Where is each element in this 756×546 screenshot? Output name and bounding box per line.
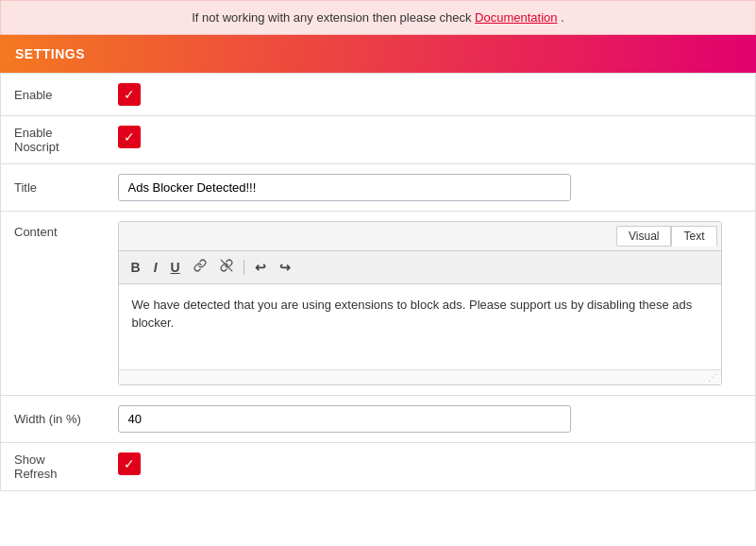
bold-button[interactable]: B xyxy=(126,258,145,278)
content-cell: Visual Text B I U xyxy=(105,212,756,396)
content-label: Content xyxy=(1,212,105,396)
title-input[interactable] xyxy=(118,174,571,201)
link-button[interactable] xyxy=(189,257,211,278)
title-label: Title xyxy=(1,164,105,212)
top-banner: If not working with any extension then p… xyxy=(0,0,756,35)
editor-content[interactable]: We have detected that you are using exte… xyxy=(119,284,721,369)
toolbar-separator xyxy=(244,260,244,275)
show-refresh-checkbox[interactable]: ✓ xyxy=(118,452,141,475)
undo-button[interactable]: ↩ xyxy=(250,258,271,278)
banner-text: If not working with any extension then p… xyxy=(192,10,475,25)
unlink-button[interactable] xyxy=(215,257,238,278)
resize-icon: ⋰ xyxy=(708,372,717,383)
underline-button[interactable]: U xyxy=(166,258,185,278)
tab-visual[interactable]: Visual xyxy=(616,226,671,247)
editor-toolbar: B I U xyxy=(119,251,721,284)
settings-table: Enable ✓ EnableNoscript ✓ Title Content … xyxy=(0,73,756,491)
table-row: Width (in %) xyxy=(1,395,756,442)
title-cell xyxy=(105,164,756,212)
enable-label: Enable xyxy=(1,74,105,116)
editor-resize-handle: ⋰ xyxy=(119,369,721,384)
table-row: Enable ✓ xyxy=(1,74,756,116)
settings-title: SETTINGS xyxy=(15,46,85,61)
enable-noscript-cell: ✓ xyxy=(105,116,756,164)
table-row: ShowRefresh ✓ xyxy=(1,442,756,490)
table-row: EnableNoscript ✓ xyxy=(1,116,756,164)
settings-header: SETTINGS xyxy=(0,35,756,73)
show-refresh-cell: ✓ xyxy=(105,442,756,490)
enable-cell: ✓ xyxy=(105,74,756,116)
enable-noscript-checkbox[interactable]: ✓ xyxy=(118,126,141,148)
editor-tabs: Visual Text xyxy=(119,222,721,251)
table-row: Content Visual Text B I U xyxy=(1,212,756,396)
banner-suffix: . xyxy=(561,10,564,25)
enable-checkbox[interactable]: ✓ xyxy=(118,83,141,106)
tab-text[interactable]: Text xyxy=(671,226,716,247)
editor-area: Visual Text B I U xyxy=(118,221,722,385)
width-cell xyxy=(105,395,756,442)
documentation-link[interactable]: Documentation xyxy=(475,10,557,25)
width-label: Width (in %) xyxy=(1,395,105,442)
redo-button[interactable]: ↪ xyxy=(275,258,295,278)
italic-button[interactable]: I xyxy=(149,258,162,278)
show-refresh-label: ShowRefresh xyxy=(1,442,105,490)
width-input[interactable] xyxy=(118,405,571,433)
enable-noscript-label: EnableNoscript xyxy=(1,116,105,164)
table-row: Title xyxy=(1,164,756,212)
